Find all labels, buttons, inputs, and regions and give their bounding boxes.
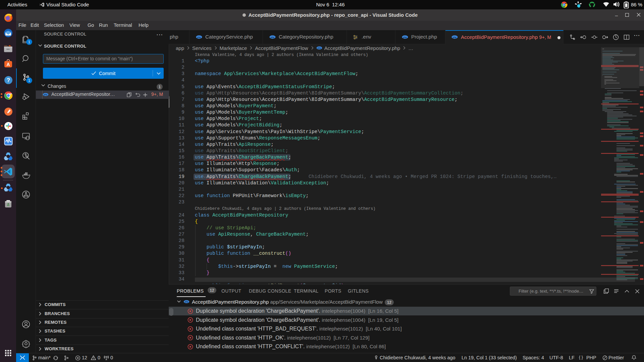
svg-text:php: php bbox=[185, 301, 189, 303]
svg-text:php: php bbox=[453, 36, 457, 38]
svg-text:A: A bbox=[6, 62, 10, 67]
svg-text:php: php bbox=[197, 36, 201, 38]
svg-text:?: ? bbox=[7, 77, 10, 83]
svg-text:php: php bbox=[403, 36, 407, 38]
svg-text:php: php bbox=[271, 36, 274, 38]
svg-text:php: php bbox=[44, 94, 48, 96]
svg-text:php: php bbox=[318, 47, 321, 49]
